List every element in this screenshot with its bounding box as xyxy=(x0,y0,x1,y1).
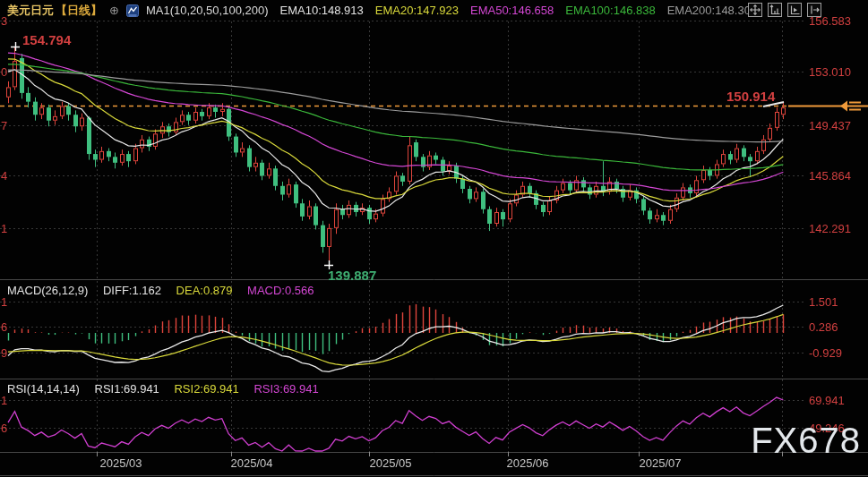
x-axis-label: 2025/05 xyxy=(370,456,412,470)
rsi-title: RSI(14,14,14) xyxy=(7,382,80,396)
macd-dea-value: DEA:0.879 xyxy=(176,284,233,297)
y-axis-label: 69.941 xyxy=(809,394,845,407)
y-axis-label: 142.291 xyxy=(809,222,851,235)
toolbar xyxy=(748,3,821,17)
ema-values: EMA10:148.913EMA20:147.923EMA50:146.658E… xyxy=(280,4,758,17)
exit-icon[interactable] xyxy=(807,3,821,17)
pan-icon[interactable] xyxy=(748,3,762,17)
y-axis-label: 153.010 xyxy=(809,65,851,79)
rsi2-value: RSI2:69.941 xyxy=(174,382,238,396)
rsi3-value: RSI3:69.941 xyxy=(254,382,318,396)
macd-title: MACD(26,12,9) xyxy=(7,284,88,297)
symbol-name: 美元日元 xyxy=(7,3,54,19)
chart-window: 美元日元 【日线】 ⊕ MA1(10,20,50,100,200) EMA10:… xyxy=(0,0,868,477)
ema-value-label: EMA200:148.300 xyxy=(667,4,757,17)
chart-canvas[interactable] xyxy=(0,0,868,477)
x-axis-label: 2025/06 xyxy=(507,456,549,470)
period-label[interactable]: 【日线】 xyxy=(56,3,102,19)
y-axis-label-partial: 1 xyxy=(1,222,7,235)
y-axis-label: 149.437 xyxy=(809,119,851,132)
y-axis-label: 145.864 xyxy=(809,169,851,183)
axis-forward-icon[interactable] xyxy=(787,3,802,17)
y-axis-label-partial: 6 xyxy=(1,422,7,435)
watermark: FX678 xyxy=(751,422,861,458)
recent-high-annotation: 150.914 xyxy=(726,89,775,104)
axis-zoom-icon[interactable] xyxy=(768,3,782,17)
high-price-annotation: 154.794 xyxy=(22,32,71,47)
rsi-header: RSI(14,14,14) RSI1:69.941 RSI2:69.941 RS… xyxy=(7,382,331,396)
x-axis-label: 2025/07 xyxy=(640,456,682,470)
y-axis-label: 1.501 xyxy=(809,295,838,309)
y-axis-label-partial: 9 xyxy=(1,346,7,360)
y-axis-label: -0.929 xyxy=(809,346,842,360)
x-axis-label: 2025/03 xyxy=(100,456,142,470)
y-axis-label-partial: 4 xyxy=(1,169,7,183)
macd-macd-value: MACD:0.566 xyxy=(247,284,314,297)
macd-header: MACD(26,12,9) DIFF:1.162 DEA:0.879 MACD:… xyxy=(7,284,326,297)
ma-settings-label: MA1(10,20,50,100,200) xyxy=(146,4,269,17)
ema-value-label: EMA100:146.838 xyxy=(565,4,655,17)
y-axis-label: 0.286 xyxy=(809,320,838,334)
macd-diff-value: DIFF:1.162 xyxy=(103,284,161,297)
chart-type-icon[interactable] xyxy=(126,4,139,17)
x-axis-label: 2025/04 xyxy=(231,456,273,470)
y-axis-label-partial: 0 xyxy=(1,65,7,79)
ema-value-label: EMA10:148.913 xyxy=(280,4,364,17)
y-axis-label-partial: 7 xyxy=(1,119,7,132)
low-price-annotation: 139.887 xyxy=(328,268,376,283)
crosshair-icon[interactable]: ⊕ xyxy=(109,4,119,17)
ema-value-label: EMA20:147.923 xyxy=(375,4,459,17)
rsi1-value: RSI1:69.941 xyxy=(95,382,159,396)
y-axis-label-partial: 6 xyxy=(1,320,7,334)
ema-value-label: EMA50:146.658 xyxy=(470,4,554,17)
chart-header: 美元日元 【日线】 ⊕ MA1(10,20,50,100,200) EMA10:… xyxy=(7,3,757,18)
